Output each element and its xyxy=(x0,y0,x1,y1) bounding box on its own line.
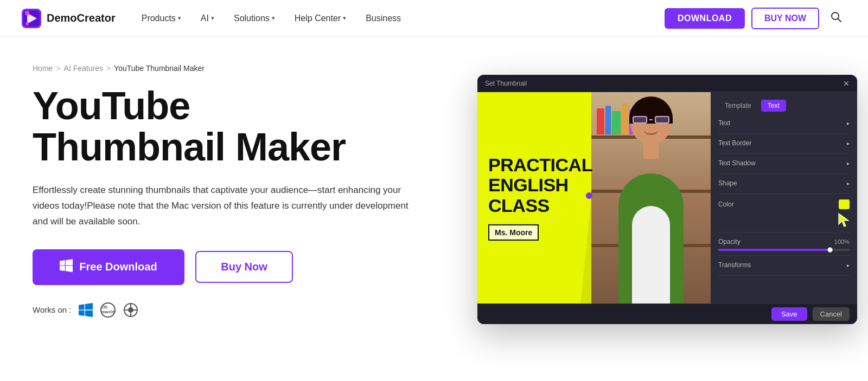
person-silhouette xyxy=(608,92,694,303)
transforms-label: Transforms ▸ xyxy=(718,261,850,269)
breadcrumb-sep-1: > xyxy=(56,64,60,73)
svg-point-8 xyxy=(128,307,133,313)
works-on-label: Works on : xyxy=(33,305,71,314)
text-border-expand-icon[interactable]: ▸ xyxy=(847,140,850,146)
ai-chevron-icon: ▾ xyxy=(211,15,214,22)
app-close-button[interactable]: ✕ xyxy=(843,79,850,88)
svg-point-3 xyxy=(25,11,29,15)
selection-handle xyxy=(586,192,592,199)
text-label: Text ▸ xyxy=(718,119,850,127)
shape-label: Shape ▸ xyxy=(718,179,850,187)
nav-actions: DOWNLOAD BUY NOW xyxy=(665,8,846,29)
page-description: Effortlessly create stunning thumbnails … xyxy=(33,183,412,230)
opacity-section: Opacity 100% xyxy=(718,238,850,256)
nav-business[interactable]: Business xyxy=(357,9,410,28)
app-settings-panel: Template Text Text ▸ Text Border xyxy=(711,92,857,303)
color-section: Color xyxy=(718,199,850,233)
thumb-main-text: PRACTICAL ENGLISH CLASS xyxy=(488,155,592,216)
cursor-icon xyxy=(838,212,850,228)
logo-text: DemoCreator xyxy=(47,12,116,24)
buy-now-button[interactable]: Buy Now xyxy=(195,251,293,283)
page-title: YouTube Thumbnail Maker xyxy=(33,86,445,167)
nav-help-center[interactable]: Help Center ▾ xyxy=(286,9,355,28)
windows-os-icon xyxy=(79,303,93,317)
macos-icon: OSmacOS xyxy=(100,302,116,318)
left-panel: Home > AI Features > YouTube Thumbnail M… xyxy=(33,59,445,318)
breadcrumb-sep-2: > xyxy=(106,64,111,73)
app-screenshot: Set Thumbnail ✕ xyxy=(477,75,857,324)
page-content: Home > AI Features > YouTube Thumbnail M… xyxy=(0,37,868,346)
navbar: DemoCreator Products ▾ AI ▾ Solutions ▾ … xyxy=(0,0,868,37)
right-panel: Set Thumbnail ✕ xyxy=(477,75,857,324)
solutions-chevron-icon: ▾ xyxy=(272,15,275,22)
svg-point-4 xyxy=(25,22,29,25)
cancel-button[interactable]: Cancel xyxy=(813,307,850,321)
svg-line-6 xyxy=(838,18,841,22)
nav-buy-now-button[interactable]: BUY NOW xyxy=(751,8,819,29)
help-chevron-icon: ▾ xyxy=(343,15,346,22)
thumb-subtitle: Ms. Moore xyxy=(488,224,539,241)
text-shadow-expand-icon[interactable]: ▸ xyxy=(847,160,850,166)
text-shadow-label: Text Shadow ▸ xyxy=(718,159,850,167)
opacity-label: Opacity 100% xyxy=(718,238,850,246)
template-tab[interactable]: Template xyxy=(718,100,758,112)
cta-buttons: Free Download Buy Now xyxy=(33,249,445,285)
logo-link[interactable]: DemoCreator xyxy=(22,9,116,28)
app-titlebar-text: Set Thumbnail xyxy=(485,80,527,87)
nav-download-button[interactable]: DOWNLOAD xyxy=(665,8,745,29)
text-border-section: Text Border ▸ xyxy=(718,139,850,154)
breadcrumb: Home > AI Features > YouTube Thumbnail M… xyxy=(33,64,445,73)
transforms-expand-icon[interactable]: ▸ xyxy=(847,262,850,268)
text-border-label: Text Border ▸ xyxy=(718,139,850,147)
app-body: PRACTICAL ENGLISH CLASS Ms. Moore Templa… xyxy=(477,92,857,303)
color-swatch[interactable] xyxy=(839,199,850,209)
nav-solutions[interactable]: Solutions ▾ xyxy=(225,9,284,28)
nav-ai[interactable]: AI ▾ xyxy=(192,9,223,28)
windows-logo-icon xyxy=(60,259,73,272)
shape-section: Shape ▸ xyxy=(718,179,850,194)
text-section: Text ▸ xyxy=(718,119,850,134)
settings-tabs: Template Text xyxy=(718,100,850,112)
thumbnail-preview: PRACTICAL ENGLISH CLASS Ms. Moore xyxy=(477,92,711,303)
nav-links: Products ▾ AI ▾ Solutions ▾ Help Center … xyxy=(133,9,665,28)
breadcrumb-ai-features[interactable]: AI Features xyxy=(64,64,103,73)
app-titlebar: Set Thumbnail ✕ xyxy=(477,75,857,92)
search-icon xyxy=(830,11,842,23)
breadcrumb-current: YouTube Thumbnail Maker xyxy=(114,64,205,73)
text-shadow-section: Text Shadow ▸ xyxy=(718,159,850,174)
save-button[interactable]: Save xyxy=(771,307,807,321)
free-download-button[interactable]: Free Download xyxy=(33,249,184,285)
opacity-value: 100% xyxy=(834,238,850,245)
search-button[interactable] xyxy=(826,9,846,28)
thumbnail-text-overlay: PRACTICAL ENGLISH CLASS Ms. Moore xyxy=(488,155,592,241)
text-tab[interactable]: Text xyxy=(761,100,786,112)
breadcrumb-home[interactable]: Home xyxy=(33,64,53,73)
color-label: Color xyxy=(718,199,850,209)
text-expand-icon[interactable]: ▸ xyxy=(847,120,850,126)
app-footer: Save Cancel xyxy=(477,303,857,324)
products-chevron-icon: ▾ xyxy=(178,15,181,22)
windows-icon xyxy=(60,259,73,275)
shape-expand-icon[interactable]: ▸ xyxy=(847,180,850,186)
chrome-os-icon xyxy=(123,302,138,318)
person-area xyxy=(591,92,711,303)
opacity-slider[interactable] xyxy=(718,249,850,251)
nav-products[interactable]: Products ▾ xyxy=(133,9,190,28)
works-on: Works on : OSmacOS xyxy=(33,302,445,318)
logo-icon xyxy=(22,9,41,28)
transforms-section: Transforms ▸ xyxy=(718,261,850,276)
